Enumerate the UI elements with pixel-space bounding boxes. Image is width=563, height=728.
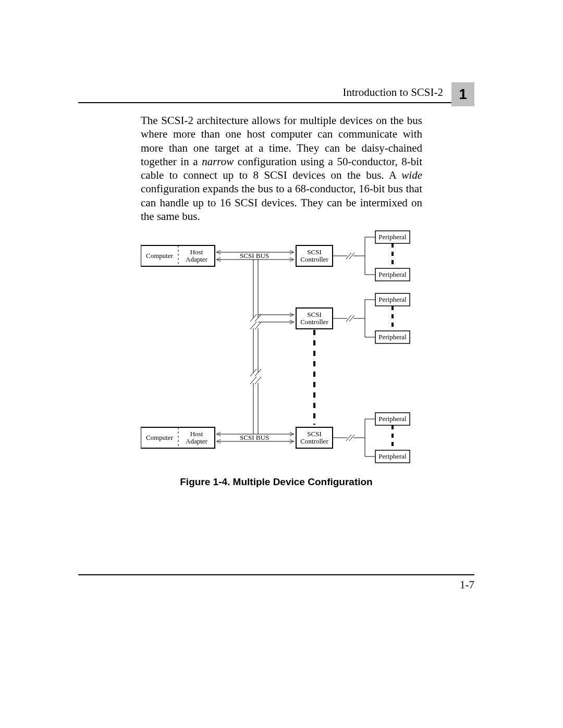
ctrl-l1: SCSI: [307, 248, 321, 256]
page: Introduction to SCSI-2 1 The SCSI-2 arch…: [0, 0, 563, 728]
computer-label: Computer: [146, 434, 174, 441]
peripheral-label: Peripheral: [378, 452, 407, 460]
header-rule: [78, 102, 474, 103]
bus-label: SCSI BUS: [240, 434, 269, 441]
ctrl-l1: SCSI: [307, 311, 321, 318]
peripheral-label: Peripheral: [378, 270, 407, 278]
figure-diagram: SCSI BUS SCSI BUS: [141, 227, 412, 474]
ctrl-l2: Controller: [300, 437, 328, 445]
page-header: Introduction to SCSI-2: [78, 86, 474, 103]
bus-bottom: SCSI BUS: [217, 434, 293, 441]
computer-host-top: Computer Host Adapter: [141, 245, 215, 266]
footer-rule: [78, 574, 474, 575]
scsi-controller-3: SCSI Controller: [296, 427, 333, 448]
page-number: 1-7: [78, 578, 474, 591]
page-footer: 1-7: [78, 574, 474, 591]
computer-host-bottom: Computer Host Adapter: [141, 427, 215, 448]
bus-vertical: [250, 260, 261, 434]
computer-label: Computer: [146, 252, 174, 260]
scsi-controller-1: SCSI Controller: [296, 245, 333, 266]
peripheral-label: Peripheral: [378, 295, 407, 303]
ctrl-l1: SCSI: [307, 430, 321, 438]
running-title: Introduction to SCSI-2: [78, 86, 474, 99]
text-italic: narrow: [202, 155, 234, 168]
figure-caption: Figure 1-4. Multiple Device Configuratio…: [141, 476, 412, 488]
bus-label: SCSI BUS: [240, 252, 269, 260]
host-label-1: Host: [190, 248, 203, 256]
bus-top: SCSI BUS: [217, 252, 293, 260]
text-italic: wide: [401, 169, 422, 181]
host-label-1: Host: [190, 430, 203, 438]
peripheral-label: Peripheral: [378, 233, 407, 241]
chapter-tab: 1: [451, 82, 474, 106]
host-label-2: Adapter: [186, 437, 208, 445]
peripheral-label: Peripheral: [378, 415, 407, 423]
ctrl-l2: Controller: [300, 255, 328, 263]
text-segment: configuration expands the bus to a 68-co…: [141, 182, 422, 223]
host-label-2: Adapter: [186, 255, 208, 263]
scsi-controller-2: SCSI Controller: [296, 308, 333, 329]
body-paragraph: The SCSI-2 architecture allows for multi…: [141, 114, 422, 223]
ctrl-l2: Controller: [300, 318, 328, 326]
peripheral-label: Peripheral: [378, 333, 407, 341]
